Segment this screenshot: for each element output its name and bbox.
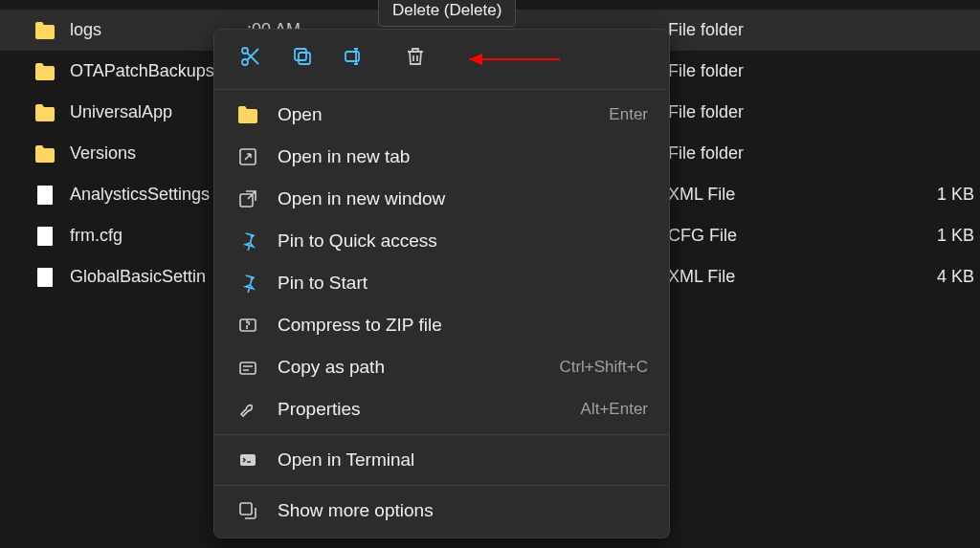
menu-pin-quick-access[interactable]: Pin to Quick access (214, 220, 669, 262)
file-size: 1 KB (898, 226, 974, 246)
file-type: File folder (668, 61, 898, 81)
svg-rect-10 (295, 49, 306, 60)
svg-rect-17 (240, 362, 256, 374)
new-tab-icon (235, 144, 260, 169)
scissors-icon (239, 45, 262, 73)
trash-icon (404, 45, 427, 73)
delete-tooltip: Delete (Delete) (378, 0, 516, 27)
svg-rect-9 (299, 53, 310, 64)
svg-rect-16 (240, 319, 256, 331)
menu-label: Copy as path (278, 357, 559, 378)
svg-point-5 (242, 48, 248, 54)
menu-copy-as-path[interactable]: Copy as path Ctrl+Shift+C (214, 346, 669, 388)
menu-label: Properties (278, 399, 581, 420)
menu-label: Open in Terminal (278, 449, 648, 471)
menu-label: Pin to Quick access (278, 230, 648, 252)
svg-point-6 (242, 59, 248, 65)
separator (214, 89, 669, 90)
copy-icon (291, 45, 314, 73)
zip-icon (235, 313, 260, 338)
new-window-icon (235, 186, 260, 211)
pin-icon (235, 271, 260, 296)
menu-pin-start[interactable]: Pin to Start (214, 262, 669, 304)
menu-shortcut: Enter (609, 105, 648, 124)
menu-properties[interactable]: Properties Alt+Enter (214, 388, 669, 430)
cut-button[interactable] (228, 39, 274, 77)
rename-button[interactable] (331, 39, 377, 77)
menu-label: Open in new window (278, 188, 648, 209)
folder-icon (33, 142, 56, 165)
svg-rect-18 (240, 454, 256, 466)
file-icon (33, 184, 56, 207)
folder-icon (33, 101, 56, 124)
delete-button[interactable] (392, 39, 438, 77)
file-type: File folder (668, 102, 898, 122)
file-size: 1 KB (898, 185, 974, 205)
svg-rect-1 (37, 227, 53, 246)
svg-rect-19 (240, 503, 252, 515)
menu-open-terminal[interactable]: Open in Terminal (214, 439, 669, 481)
folder-icon (33, 60, 56, 83)
wrench-icon (235, 397, 260, 422)
menu-shortcut: Alt+Enter (581, 400, 648, 419)
menu-compress-zip[interactable]: Compress to ZIP file (214, 304, 669, 346)
rename-icon (343, 45, 366, 73)
menu-open[interactable]: Open Enter (214, 94, 669, 136)
menu-open-new-tab[interactable]: Open in new tab (214, 136, 669, 178)
file-type: CFG File (668, 226, 898, 246)
more-options-icon (235, 498, 260, 523)
menu-show-more[interactable]: Show more options (214, 490, 669, 532)
file-icon (33, 225, 56, 248)
menu-label: Show more options (278, 500, 648, 521)
menu-label: Open in new tab (278, 146, 648, 167)
context-menu: Open Enter Open in new tab Open in new w… (213, 29, 670, 538)
file-type: File folder (668, 20, 898, 40)
separator (214, 485, 669, 486)
open-folder-icon (235, 102, 260, 127)
file-icon (33, 266, 56, 289)
copy-button[interactable] (279, 39, 325, 77)
menu-shortcut: Ctrl+Shift+C (559, 358, 648, 377)
file-type: XML File (668, 185, 898, 205)
svg-rect-2 (37, 268, 53, 287)
context-toolbar (214, 30, 669, 85)
separator (214, 434, 669, 435)
pin-icon (235, 229, 260, 253)
file-size: 4 KB (898, 267, 974, 287)
folder-icon (33, 19, 56, 42)
terminal-icon (235, 448, 260, 472)
menu-label: Open (278, 104, 609, 125)
file-type: File folder (668, 143, 898, 164)
copy-path-icon (235, 355, 260, 380)
menu-label: Pin to Start (278, 273, 648, 294)
file-type: XML File (668, 267, 898, 287)
menu-label: Compress to ZIP file (278, 315, 648, 336)
menu-open-new-window[interactable]: Open in new window (214, 178, 669, 220)
svg-rect-0 (37, 186, 53, 205)
